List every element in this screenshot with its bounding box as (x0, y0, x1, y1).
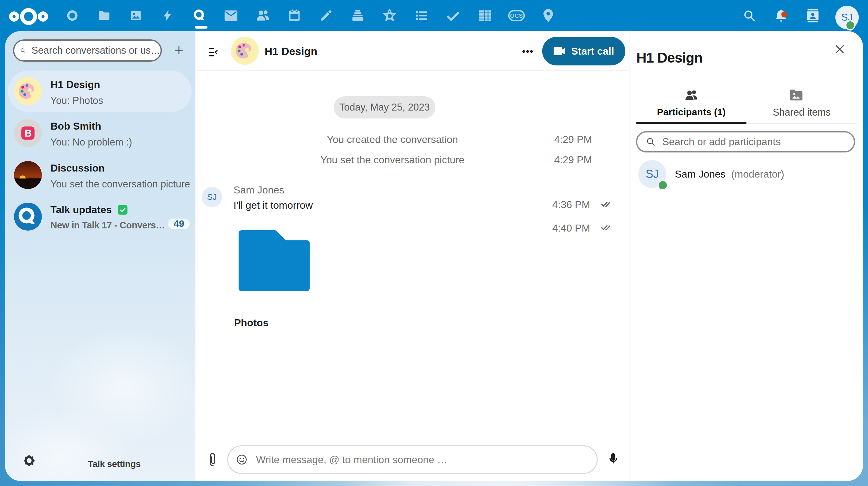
svg-text:B: B (24, 128, 31, 139)
svg-text:OCS: OCS (510, 13, 523, 19)
